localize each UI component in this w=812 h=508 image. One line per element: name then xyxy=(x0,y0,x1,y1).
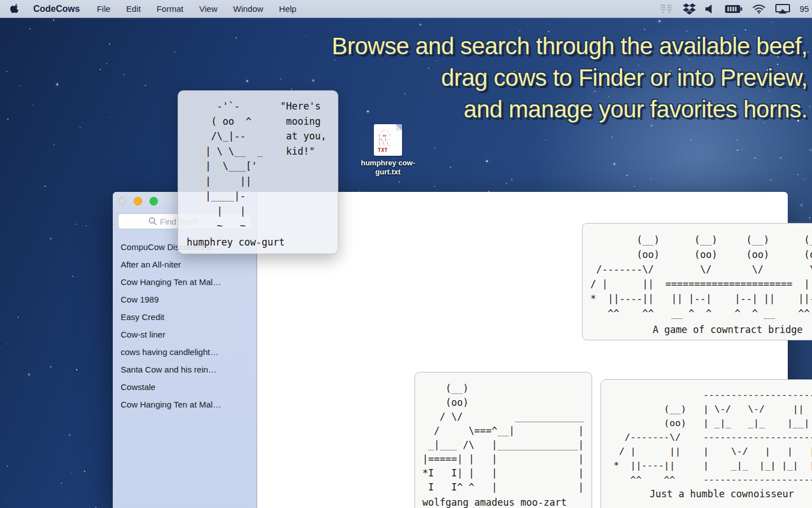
ascii-art: (__) (oo) / \/ ____________ / \===^__| |… xyxy=(422,382,584,494)
menu-file[interactable]: File xyxy=(97,4,111,14)
window-controls xyxy=(118,197,158,205)
drag-preview: -'`- "Here's ( oo ^ mooing /\_|-- at you… xyxy=(178,90,338,254)
cow-art-panel-bridge[interactable]: (__) (__) (__) (__) (oo) (oo) (oo) (oo) … xyxy=(582,223,812,340)
battery-icon[interactable] xyxy=(725,5,743,14)
cow-art-panel-moozart[interactable]: (__) (oo) / \/ ____________ / \===^__| |… xyxy=(414,372,592,508)
menu-bar: CodeCows File Edit Format View Window He… xyxy=(0,0,812,18)
ascii-art: (__) (__) (__) (__) (oo) (oo) (oo) (oo) … xyxy=(590,233,812,321)
dropbox-icon[interactable] xyxy=(683,3,696,15)
desktop-icon-label: humphrey cow- gurt.txt xyxy=(348,159,427,177)
page-fold xyxy=(396,124,402,130)
list-item[interactable]: Cow Hanging Ten at Mal… xyxy=(113,396,257,413)
list-item[interactable]: Easy Credit xyxy=(113,308,257,326)
list-item[interactable]: Cow-st liner xyxy=(113,326,257,343)
list-item[interactable]: cows having candlelight… xyxy=(113,343,257,361)
txt-document-icon[interactable]: -'`- ( oo ^ /\_|-- | \ \_ TXT xyxy=(374,124,402,156)
drag-preview-art: -'`- "Here's ( oo ^ mooing /\_|-- at you… xyxy=(205,99,326,234)
tagline-line-1: Browse and search through the available … xyxy=(332,30,807,62)
cow-art-panel-cownoisseur[interactable]: ------------------------ (__) | \-/ \-/ … xyxy=(601,379,812,508)
volume-icon[interactable] xyxy=(705,5,715,14)
app-menu-title[interactable]: CodeCows xyxy=(33,4,80,14)
tagline-line-2: drag cows to Finder or into Preview, xyxy=(332,62,807,94)
wifi-icon[interactable] xyxy=(752,4,766,14)
drag-preview-label: humphrey cow-gurt xyxy=(187,237,285,248)
menu-format[interactable]: Format xyxy=(157,4,184,14)
menu-edit[interactable]: Edit xyxy=(126,4,141,14)
tagline-line-3: and manage your favorites horns. xyxy=(332,94,807,125)
stats-bars-icon[interactable] xyxy=(660,3,673,15)
list-item[interactable]: Santa Cow and his rein… xyxy=(113,361,257,378)
cow-list: CompuCow Discovers B… After an All-niter… xyxy=(113,238,257,413)
tutorial-tagline: Browse and search through the available … xyxy=(332,30,807,125)
apple-menu[interactable] xyxy=(10,3,20,15)
mini-cow-art: -'`- ( oo ^ /\_|-- | \ \_ xyxy=(378,129,402,145)
list-item[interactable]: After an All-niter xyxy=(113,256,257,273)
menu-help[interactable]: Help xyxy=(279,4,297,14)
menu-view[interactable]: View xyxy=(199,4,217,14)
airplay-display-icon[interactable] xyxy=(775,4,790,14)
txt-badge: TXT xyxy=(378,147,388,153)
desktop-file-icon[interactable]: -'`- ( oo ^ /\_|-- | \ \_ TXT humphrey c… xyxy=(348,124,427,177)
search-icon xyxy=(148,217,157,226)
list-item[interactable]: Cow Hanging Ten at Mal… xyxy=(113,273,257,291)
minimize-button[interactable] xyxy=(134,197,142,205)
desktop: Browse and search through the available … xyxy=(0,0,812,508)
battery-percent-text: 95 xyxy=(800,4,812,14)
cow-art-caption: wolfgang amadeus moo-zart xyxy=(422,497,584,508)
list-item[interactable]: Cowstale xyxy=(113,378,257,396)
apple-logo-icon xyxy=(10,3,20,15)
cow-art-caption: Just a humble cownoisseur xyxy=(608,488,812,500)
close-button[interactable] xyxy=(118,197,126,205)
list-item[interactable]: Cow 1989 xyxy=(113,291,257,308)
ascii-art: ------------------------ (__) | \-/ \-/ … xyxy=(608,388,812,487)
zoom-button[interactable] xyxy=(149,197,158,205)
menu-window[interactable]: Window xyxy=(233,4,263,14)
cow-art-caption: A game of cowntract bridge xyxy=(590,324,812,335)
